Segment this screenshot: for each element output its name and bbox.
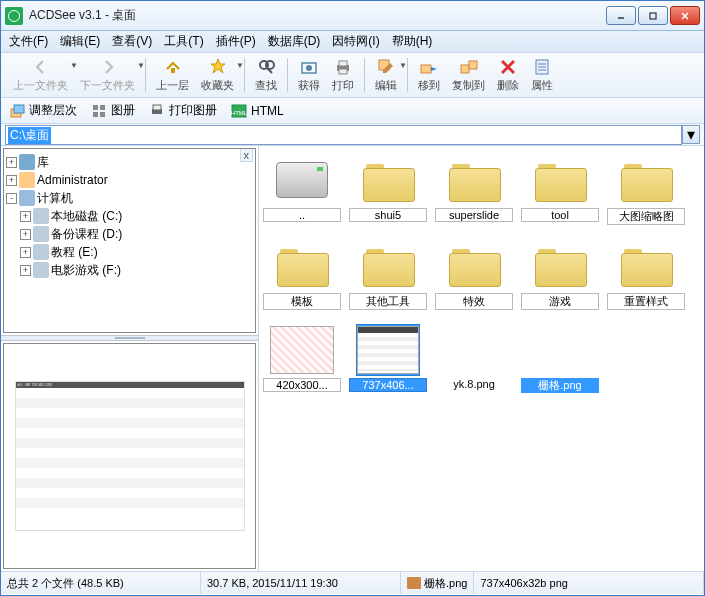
toolbar-acquire-button[interactable]: 获得: [292, 55, 326, 95]
close-button[interactable]: [670, 6, 700, 25]
tree-expand-button[interactable]: +: [20, 247, 31, 258]
file-item[interactable]: 737x406...: [349, 324, 427, 393]
main-toolbar: 上一文件夹▼下一文件夹▼上一层收藏夹▼查找获得打印编辑▼移到复制到删除属性: [1, 53, 704, 98]
html-icon: HTML: [231, 103, 247, 119]
toolbar-move-button[interactable]: 移到: [412, 55, 446, 95]
tree-item[interactable]: +库: [6, 153, 253, 171]
file-item[interactable]: yk.8.png: [435, 324, 513, 393]
folder-icon: [449, 245, 499, 285]
file-label: shui5: [349, 208, 427, 222]
print-icon: [333, 57, 353, 77]
menu-database[interactable]: 数据库(D): [268, 33, 321, 50]
file-item[interactable]: 游戏: [521, 239, 599, 310]
album-icon: [91, 103, 107, 119]
move-icon: [419, 57, 439, 77]
menu-view[interactable]: 查看(V): [112, 33, 152, 50]
tree-expand-button[interactable]: +: [6, 157, 17, 168]
path-input[interactable]: C:\桌面: [5, 125, 682, 145]
hdd-icon: [33, 262, 49, 278]
file-item[interactable]: ..: [263, 154, 341, 225]
toolbar-prop-button[interactable]: 属性: [525, 55, 559, 95]
minimize-button[interactable]: [606, 6, 636, 25]
svg-rect-30: [153, 105, 161, 110]
file-label: superslide: [435, 208, 513, 222]
file-item[interactable]: tool: [521, 154, 599, 225]
toolbar2-layers-button[interactable]: 调整层次: [9, 102, 77, 119]
up-icon: [163, 57, 183, 77]
file-item[interactable]: 特效: [435, 239, 513, 310]
panel-close-button[interactable]: x: [240, 148, 254, 162]
tree-item[interactable]: -计算机: [6, 189, 253, 207]
file-item[interactable]: 其他工具: [349, 239, 427, 310]
tree-expand-button[interactable]: +: [20, 229, 31, 240]
folder-icon: [363, 160, 413, 200]
tree-expand-button[interactable]: +: [20, 211, 31, 222]
file-item[interactable]: 模板: [263, 239, 341, 310]
svg-rect-15: [461, 65, 469, 73]
file-label: 游戏: [521, 293, 599, 310]
menu-plugins[interactable]: 插件(P): [216, 33, 256, 50]
svg-rect-25: [93, 105, 98, 110]
tree-item[interactable]: +Administrator: [6, 171, 253, 189]
toolbar-edit-button[interactable]: 编辑▼: [369, 55, 403, 95]
left-column: x +库+Administrator-计算机+本地磁盘 (C:)+备份课程 (D…: [1, 146, 259, 571]
toolbar-copy-button[interactable]: 复制到: [446, 55, 491, 95]
printalbum-icon: [149, 103, 165, 119]
menu-file[interactable]: 文件(F): [9, 33, 48, 50]
svg-rect-28: [100, 112, 105, 117]
tree-item-label: 电影游戏 (F:): [51, 262, 121, 279]
tree-item[interactable]: +本地磁盘 (C:): [6, 207, 253, 225]
copy-icon: [459, 57, 479, 77]
svg-text:HTML: HTML: [231, 110, 247, 116]
maximize-button[interactable]: [638, 6, 668, 25]
file-label: 其他工具: [349, 293, 427, 310]
toolbar2-html-button[interactable]: HTMLHTML: [231, 103, 284, 119]
tree-item[interactable]: +电影游戏 (F:): [6, 261, 253, 279]
file-label: 737x406...: [349, 378, 427, 392]
toolbar2-album-button[interactable]: 图册: [91, 102, 135, 119]
lib-icon: [19, 154, 35, 170]
file-item[interactable]: 重置样式: [607, 239, 685, 310]
toolbar-fav-button[interactable]: 收藏夹▼: [195, 55, 240, 95]
horizontal-splitter[interactable]: [1, 335, 258, 341]
menu-tools[interactable]: 工具(T): [164, 33, 203, 50]
file-grid[interactable]: ..shui5superslidetool大图缩略图模板其他工具特效游戏重置样式…: [259, 146, 704, 571]
edit-icon: [376, 57, 396, 77]
svg-rect-11: [339, 61, 347, 66]
file-item[interactable]: shui5: [349, 154, 427, 225]
tree-expand-button[interactable]: -: [6, 193, 17, 204]
window-title: ACDSee v3.1 - 桌面: [29, 7, 606, 24]
file-item[interactable]: 420x300...: [263, 324, 341, 393]
menu-help[interactable]: 帮助(H): [392, 33, 433, 50]
folder-icon: [621, 245, 671, 285]
tree-item[interactable]: +教程 (E:): [6, 243, 253, 261]
file-item[interactable]: superslide: [435, 154, 513, 225]
toolbar-up-button[interactable]: 上一层: [150, 55, 195, 95]
path-dropdown-button[interactable]: ▾: [682, 125, 700, 144]
file-label: tool: [521, 208, 599, 222]
menu-edit[interactable]: 编辑(E): [60, 33, 100, 50]
tree-item-label: 教程 (E:): [51, 244, 98, 261]
svg-rect-26: [100, 105, 105, 110]
file-item[interactable]: 大图缩略图: [607, 154, 685, 225]
path-text: C:\桌面: [8, 127, 51, 144]
menu-internet[interactable]: 因特网(I): [332, 33, 379, 50]
tree-expand-button[interactable]: +: [6, 175, 17, 186]
del-icon: [498, 57, 518, 77]
file-item[interactable]: 栅格.png: [521, 324, 599, 393]
tree-expand-button[interactable]: +: [20, 265, 31, 276]
toolbar-del-button[interactable]: 删除: [491, 55, 525, 95]
toolbar-search-button[interactable]: 查找: [249, 55, 283, 95]
file-label: 重置样式: [607, 293, 685, 310]
titlebar: ACDSee v3.1 - 桌面: [1, 1, 704, 31]
svg-rect-27: [93, 112, 98, 117]
image-thumbnail: [270, 326, 334, 374]
tree-item-label: Administrator: [37, 173, 108, 187]
status-filename: 栅格.png: [401, 572, 474, 594]
toolbar2-printalbum-button[interactable]: 打印图册: [149, 102, 217, 119]
dropdown-arrow-icon: ▼: [137, 61, 145, 70]
image-thumbnail: [357, 326, 419, 374]
file-label: ..: [263, 208, 341, 222]
toolbar-print-button[interactable]: 打印: [326, 55, 360, 95]
tree-item[interactable]: +备份课程 (D:): [6, 225, 253, 243]
